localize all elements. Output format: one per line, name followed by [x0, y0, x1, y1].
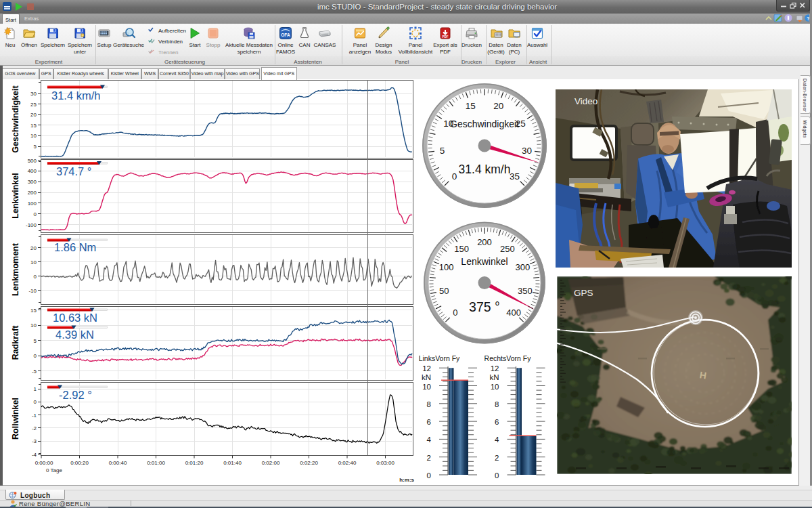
svg-text:12: 12	[491, 364, 499, 373]
svg-text:400: 400	[28, 168, 37, 174]
svg-text:0: 0	[453, 308, 457, 318]
svg-text:-5: -5	[32, 368, 37, 375]
svg-text:10: 10	[422, 383, 431, 391]
svg-text:500: 500	[28, 158, 37, 164]
svg-text:1: 1	[34, 386, 37, 392]
svg-text:400: 400	[506, 308, 521, 318]
svg-text:10: 10	[30, 322, 37, 329]
svg-text:150: 150	[454, 244, 469, 254]
svg-text:kN: kN	[489, 373, 499, 381]
svg-text:35: 35	[510, 171, 520, 182]
svg-text:15: 15	[30, 123, 37, 129]
svg-text:0:02:00: 0:02:00	[262, 460, 280, 466]
svg-text:5: 5	[440, 146, 445, 156]
svg-text:200: 200	[28, 190, 37, 196]
svg-text:300: 300	[516, 262, 531, 272]
svg-text:?: ?	[807, 16, 809, 22]
svg-text:2: 2	[495, 454, 499, 462]
svg-text:GPS: GPS	[574, 288, 593, 298]
svg-text:375 °: 375 °	[469, 299, 500, 314]
svg-text:0: 0	[34, 211, 37, 217]
svg-text:Lenkmoment: Lenkmoment	[11, 242, 20, 296]
svg-text:0 Tage: 0 Tage	[46, 467, 62, 473]
svg-text:0: 0	[34, 353, 37, 359]
svg-text:0:01:40: 0:01:40	[223, 460, 242, 466]
svg-text:20: 20	[30, 245, 37, 251]
svg-text:Geschwindigkeit: Geschwindigkeit	[11, 85, 20, 153]
svg-text:-1: -1	[32, 412, 37, 419]
svg-text:0: 0	[34, 274, 37, 280]
svg-text:OFA: OFA	[281, 33, 290, 37]
svg-text:250: 250	[500, 244, 515, 254]
svg-text:10: 10	[491, 383, 499, 391]
svg-text:10: 10	[30, 259, 37, 266]
svg-text:Rollwinkel: Rollwinkel	[11, 398, 20, 440]
svg-text:0:00:00: 0:00:00	[35, 460, 53, 466]
svg-text:-10: -10	[28, 288, 37, 294]
svg-text:100: 100	[28, 200, 37, 207]
svg-text:8: 8	[427, 400, 431, 408]
svg-text:0:03:00: 0:03:00	[376, 460, 394, 466]
svg-text:0:00:20: 0:00:20	[70, 460, 89, 466]
svg-text:-3: -3	[32, 438, 37, 444]
svg-text:6: 6	[427, 418, 431, 426]
svg-text:374.7 °: 374.7 °	[56, 165, 91, 177]
svg-text:-100: -100	[26, 222, 37, 228]
svg-text:Radkraft: Radkraft	[11, 325, 20, 360]
svg-text:6: 6	[495, 418, 499, 426]
svg-text:0:00:40: 0:00:40	[109, 460, 127, 466]
svg-text:-4: -4	[32, 452, 37, 458]
svg-text:2: 2	[427, 454, 431, 462]
svg-text:Video: Video	[574, 96, 597, 106]
svg-text:Geschwindigkeit: Geschwindigkeit	[450, 119, 519, 129]
svg-text:31.4 km/h: 31.4 km/h	[51, 89, 100, 102]
svg-text:20: 20	[30, 112, 37, 118]
svg-text:0:01:20: 0:01:20	[185, 460, 204, 466]
svg-text:15: 15	[30, 308, 37, 314]
svg-text:4.39 kN: 4.39 kN	[55, 329, 94, 341]
svg-text:-2.92 °: -2.92 °	[59, 389, 92, 401]
svg-text:30: 30	[522, 146, 532, 156]
svg-text:12: 12	[422, 364, 431, 373]
svg-text:30: 30	[30, 91, 37, 97]
svg-text:-2: -2	[32, 425, 37, 431]
svg-text:PDF: PDF	[443, 35, 449, 39]
svg-text:25: 25	[30, 102, 37, 108]
svg-text:0: 0	[495, 471, 499, 480]
svg-text:0: 0	[427, 471, 431, 480]
svg-text:5: 5	[34, 144, 37, 150]
svg-text:300: 300	[28, 179, 37, 185]
svg-text:5: 5	[34, 338, 37, 344]
svg-text:350: 350	[518, 286, 533, 296]
svg-text:10.63 kN: 10.63 kN	[53, 312, 97, 324]
svg-text:1.86 Nm: 1.86 Nm	[54, 241, 96, 253]
svg-text:0:02:40: 0:02:40	[338, 460, 357, 466]
svg-text:20: 20	[493, 101, 503, 111]
svg-text:kN: kN	[422, 373, 431, 381]
svg-text:8: 8	[495, 400, 499, 408]
svg-text:0:01:00: 0:01:00	[147, 460, 165, 466]
svg-text:RechtsVorn Fy: RechtsVorn Fy	[484, 354, 532, 362]
svg-text:Lenkwinkel: Lenkwinkel	[461, 256, 508, 267]
svg-text:100: 100	[439, 262, 454, 272]
svg-text:15: 15	[466, 101, 476, 111]
svg-text:0: 0	[34, 399, 37, 405]
svg-text:200: 200	[477, 237, 492, 247]
svg-text:4: 4	[427, 436, 432, 444]
svg-text:10: 10	[30, 133, 37, 139]
svg-text:4: 4	[495, 436, 499, 444]
svg-text:LinksVorn Fy: LinksVorn Fy	[419, 354, 460, 362]
svg-text:Lenkwinkel: Lenkwinkel	[11, 173, 20, 218]
svg-text:0: 0	[452, 171, 457, 182]
svg-text:0:02:20: 0:02:20	[300, 460, 318, 466]
svg-text:31.4 km/h: 31.4 km/h	[459, 163, 511, 176]
svg-text:50: 50	[439, 286, 449, 296]
